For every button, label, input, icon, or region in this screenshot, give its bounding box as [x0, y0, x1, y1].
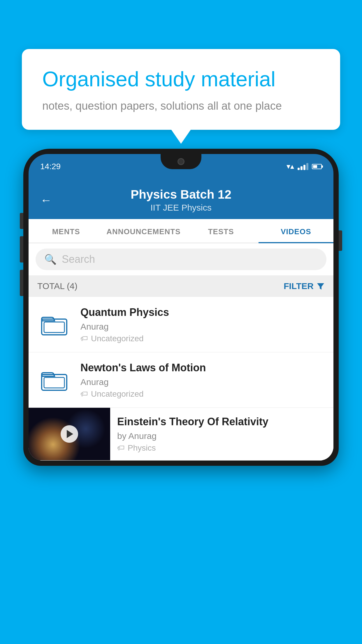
phone-screen: ← Physics Batch 12 IIT JEE Physics MENTS… [29, 179, 333, 461]
video-title-2: Newton's Laws of Motion [80, 361, 325, 375]
tabs-bar: MENTS ANNOUNCEMENTS TESTS VIDEOS [29, 219, 333, 243]
video-folder-icon-2 [37, 368, 72, 391]
play-button[interactable] [61, 425, 78, 443]
svg-rect-4 [44, 377, 64, 388]
video-title-1: Quantum Physics [80, 306, 325, 319]
tag-icon: 🏷 [80, 389, 88, 398]
back-button[interactable]: ← [40, 194, 52, 207]
video-folder-icon-1 [37, 313, 72, 336]
search-input[interactable]: Search [62, 253, 95, 265]
filter-bar: TOTAL (4) FILTER [29, 275, 333, 297]
svg-rect-2 [44, 322, 64, 332]
status-bar: 14:29 ▾▴ [29, 154, 333, 179]
tab-tests[interactable]: TESTS [183, 219, 258, 243]
phone-outer: 14:29 ▾▴ ← Physics Batch 12 I [23, 149, 339, 466]
video-author-3: by Anurag [117, 431, 326, 441]
play-icon [67, 430, 73, 438]
signal-bars [298, 163, 308, 170]
video-author-1: Anurag [80, 322, 325, 332]
video-tag-2: 🏷 Uncategorized [80, 389, 325, 399]
tab-videos[interactable]: VIDEOS [259, 219, 333, 243]
battery-fill [313, 165, 317, 168]
filter-button[interactable]: FILTER [284, 281, 325, 291]
volume-up-button[interactable] [20, 236, 23, 262]
video-tag-3: 🏷 Physics [117, 443, 326, 453]
volume-down-button[interactable] [20, 270, 23, 296]
list-item[interactable]: Quantum Physics Anurag 🏷 Uncategorized [29, 297, 333, 352]
front-camera [178, 158, 184, 165]
tag-icon: 🏷 [117, 443, 125, 452]
video-info-2: Newton's Laws of Motion Anurag 🏷 Uncateg… [80, 361, 325, 399]
wifi-icon: ▾▴ [287, 162, 294, 171]
tag-icon: 🏷 [80, 334, 88, 343]
header-title: Physics Batch 12 [61, 188, 301, 202]
total-count-label: TOTAL (4) [37, 281, 78, 291]
search-icon: 🔍 [44, 253, 57, 265]
folder-icon [41, 368, 67, 391]
bubble-title: Organised study material [42, 66, 320, 92]
folder-icon [41, 313, 67, 336]
filter-icon [317, 282, 325, 290]
app-header: ← Physics Batch 12 IIT JEE Physics [29, 179, 333, 219]
tab-announcements[interactable]: ANNOUNCEMENTS [103, 219, 183, 243]
video-title-3: Einstein's Theory Of Relativity [117, 415, 326, 429]
tab-ments[interactable]: MENTS [29, 219, 103, 243]
svg-marker-0 [317, 283, 324, 290]
list-item[interactable]: Einstein's Theory Of Relativity by Anura… [29, 408, 333, 461]
status-time: 14:29 [40, 162, 61, 171]
bubble-subtitle: notes, question papers, solutions all at… [42, 100, 320, 112]
video-info-3: Einstein's Theory Of Relativity by Anura… [110, 408, 333, 460]
video-author-2: Anurag [80, 377, 325, 387]
video-thumbnail-3 [29, 408, 110, 460]
header-subtitle: IIT JEE Physics [61, 203, 301, 213]
video-tag-1: 🏷 Uncategorized [80, 334, 325, 343]
speech-bubble: Organised study material notes, question… [22, 49, 340, 130]
search-container: 🔍 Search [29, 243, 333, 275]
video-list: Quantum Physics Anurag 🏷 Uncategorized [29, 297, 333, 461]
search-bar[interactable]: 🔍 Search [36, 249, 326, 270]
battery-icon [312, 164, 322, 169]
status-icons: ▾▴ [287, 162, 322, 171]
video-info-1: Quantum Physics Anurag 🏷 Uncategorized [80, 306, 325, 343]
power-button[interactable] [339, 230, 342, 251]
phone-container: 14:29 ▾▴ ← Physics Batch 12 I [23, 149, 339, 644]
notch [161, 154, 201, 169]
silent-button[interactable] [20, 213, 23, 229]
header-title-block: Physics Batch 12 IIT JEE Physics [61, 188, 301, 213]
list-item[interactable]: Newton's Laws of Motion Anurag 🏷 Uncateg… [29, 352, 333, 408]
